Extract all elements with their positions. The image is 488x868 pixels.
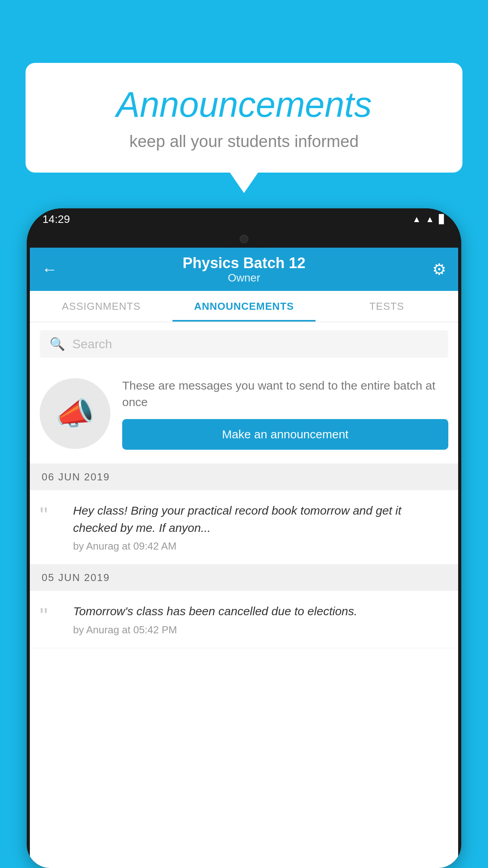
search-bar[interactable]: 🔍 Search: [40, 330, 448, 358]
announcement-author-2: by Anurag at 05:42 PM: [73, 624, 448, 636]
signal-icon: ▲: [426, 214, 434, 224]
quote-icon-1: ": [40, 504, 63, 527]
search-placeholder: Search: [72, 337, 112, 351]
settings-button[interactable]: ⚙: [423, 260, 446, 278]
announcement-message-1: Hey class! Bring your practical record b…: [73, 502, 448, 536]
search-icon: 🔍: [50, 337, 65, 351]
announcement-message-2: Tomorrow's class has been cancelled due …: [73, 603, 448, 620]
toolbar-title: Physics Batch 12: [65, 255, 423, 272]
phone-notch: [220, 230, 268, 248]
phone-frame: 14:29 ▲ ▲ ▊ ← Physics Batch 12 Owner ⚙ A…: [27, 208, 461, 868]
announcement-cta-description: These are messages you want to send to t…: [122, 377, 448, 410]
tab-tests[interactable]: TESTS: [316, 291, 458, 322]
back-button[interactable]: ←: [42, 261, 65, 278]
search-container: 🔍 Search: [30, 322, 458, 366]
tab-announcements[interactable]: ANNOUNCEMENTS: [172, 291, 315, 322]
date-label-june5: 05 JUN 2019: [42, 572, 110, 584]
announcement-item-2[interactable]: " Tomorrow's class has been cancelled du…: [30, 591, 458, 648]
phone-bezel: 14:29 ▲ ▲ ▊: [27, 208, 461, 248]
wifi-icon: ▲: [412, 214, 421, 224]
make-announcement-button[interactable]: Make an announcement: [122, 419, 448, 450]
date-divider-june6: 06 JUN 2019: [30, 464, 458, 490]
bubble-title: Announcements: [49, 85, 439, 125]
speech-bubble-container: Announcements keep all your students inf…: [26, 63, 462, 173]
toolbar-subtitle: Owner: [65, 272, 423, 284]
app-content: ← Physics Batch 12 Owner ⚙ ASSIGNMENTS A…: [30, 248, 458, 868]
status-time: 14:29: [42, 213, 70, 226]
announcement-text-2: Tomorrow's class has been cancelled due …: [73, 603, 448, 636]
status-bar: 14:29 ▲ ▲ ▊: [27, 208, 461, 230]
quote-icon-2: ": [40, 605, 63, 627]
camera-dot: [240, 235, 248, 243]
toolbar-title-area: Physics Batch 12 Owner: [65, 255, 423, 284]
megaphone-icon: 📣: [55, 395, 95, 432]
announcement-author-1: by Anurag at 09:42 AM: [73, 540, 448, 552]
announcement-cta-section: 📣 These are messages you want to send to…: [30, 366, 458, 464]
announcement-text-1: Hey class! Bring your practical record b…: [73, 502, 448, 552]
announcement-icon-circle: 📣: [40, 378, 110, 449]
announcement-cta-right: These are messages you want to send to t…: [122, 377, 448, 450]
scroll-content: 🔍 Search 📣 These are messages you want t…: [30, 322, 458, 840]
date-divider-june5: 05 JUN 2019: [30, 565, 458, 591]
tabs-bar: ASSIGNMENTS ANNOUNCEMENTS TESTS: [30, 291, 458, 322]
speech-bubble: Announcements keep all your students inf…: [26, 63, 462, 173]
announcement-item-1[interactable]: " Hey class! Bring your practical record…: [30, 490, 458, 565]
tab-assignments[interactable]: ASSIGNMENTS: [30, 291, 172, 322]
date-label-june6: 06 JUN 2019: [42, 471, 110, 483]
status-icons: ▲ ▲ ▊: [412, 214, 446, 224]
bubble-subtitle: keep all your students informed: [49, 132, 439, 151]
battery-icon: ▊: [439, 214, 446, 224]
app-toolbar: ← Physics Batch 12 Owner ⚙: [30, 248, 458, 291]
